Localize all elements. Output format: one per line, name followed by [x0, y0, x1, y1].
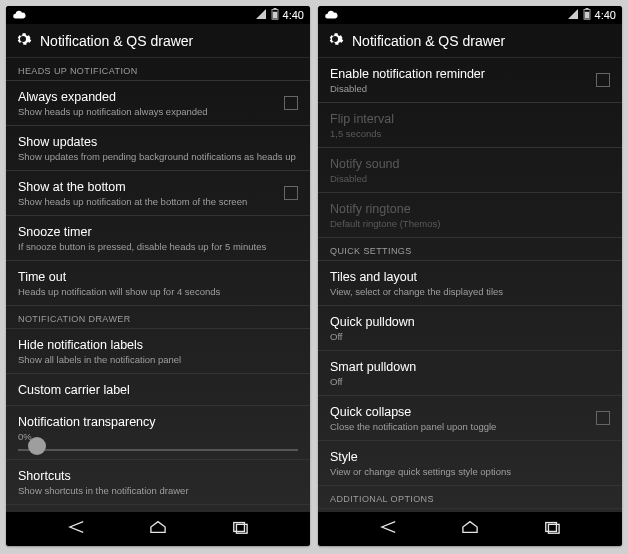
cloud-icon: [12, 8, 26, 26]
svg-rect-6: [585, 8, 588, 10]
pref-title: Show at the bottom: [18, 179, 298, 195]
pref-title: Enable notification reminder: [330, 66, 610, 82]
checkbox[interactable]: [284, 96, 298, 110]
checkbox[interactable]: [596, 411, 610, 425]
gear-icon: [326, 30, 344, 52]
action-bar: Notification & QS drawer: [318, 24, 622, 58]
pref-title: Notify ringtone: [330, 201, 610, 217]
battery-icon: [271, 6, 279, 24]
slider-thumb[interactable]: [28, 437, 46, 455]
pref-sub: Show heads up notification at the bottom…: [18, 196, 298, 208]
pref-quick-pulldown[interactable]: Quick pulldown Off: [318, 306, 622, 351]
pref-tiles-layout[interactable]: Tiles and layout View, select or change …: [318, 261, 622, 306]
recents-icon[interactable]: [541, 519, 563, 539]
pref-sub: Disabled: [330, 173, 610, 185]
home-icon[interactable]: [459, 519, 481, 539]
pref-flip-interval: Flip interval 1,5 seconds: [318, 103, 622, 148]
pref-title: Smart pulldown: [330, 359, 610, 375]
pref-notify-sound: Notify sound Disabled: [318, 148, 622, 193]
svg-rect-1: [273, 8, 276, 10]
pref-sub: View or change quick settings style opti…: [330, 466, 610, 478]
pref-sub: Heads up notification will show up for 4…: [18, 286, 298, 298]
cloud-icon: [324, 8, 338, 26]
section-additional: ADDITIONAL OPTIONS: [318, 486, 622, 509]
pref-sub: Show all labels in the notification pane…: [18, 354, 298, 366]
settings-scroll[interactable]: Enable notification reminder Disabled Fl…: [318, 58, 622, 512]
pref-title: Snooze timer: [18, 224, 298, 240]
pref-title: Notification transparency: [18, 414, 298, 430]
pref-sub: Show shortcuts in the notification drawe…: [18, 485, 298, 497]
svg-rect-2: [272, 12, 277, 19]
pref-title: Time out: [18, 269, 298, 285]
pref-carrier-label[interactable]: Custom carrier label: [6, 374, 310, 406]
phone-right: 4:40 Notification & QS drawer Enable not…: [318, 6, 622, 546]
pref-value: 0%: [18, 431, 298, 443]
pref-title: Tiles and layout: [330, 269, 610, 285]
pref-always-expanded[interactable]: Always expanded Show heads up notificati…: [6, 81, 310, 126]
pref-title: Quick pulldown: [330, 314, 610, 330]
signal-icon: [255, 6, 267, 24]
pref-transparency[interactable]: Notification transparency 0%: [6, 406, 310, 460]
pref-smart-pulldown[interactable]: Smart pulldown Off: [318, 351, 622, 396]
pref-title: Quick collapse: [330, 404, 610, 420]
pref-shortcuts[interactable]: Shortcuts Show shortcuts in the notifica…: [6, 460, 310, 505]
pref-notify-ringtone: Notify ringtone Default ringtone (Themos…: [318, 193, 622, 238]
nav-bar: [318, 512, 622, 546]
pref-sub: Show updates from pending background not…: [18, 151, 298, 163]
pref-title: Hide notification labels: [18, 337, 298, 353]
pref-title: Style: [330, 449, 610, 465]
status-clock: 4:40: [283, 9, 304, 21]
page-title: Notification & QS drawer: [352, 33, 505, 49]
back-icon[interactable]: [66, 519, 88, 539]
pref-show-updates[interactable]: Show updates Show updates from pending b…: [6, 126, 310, 171]
pref-title: Custom carrier label: [18, 382, 298, 398]
pref-title: Flip interval: [330, 111, 610, 127]
pref-style[interactable]: Style View or change quick settings styl…: [318, 441, 622, 486]
nav-bar: [6, 512, 310, 546]
settings-scroll[interactable]: HEADS UP NOTIFICATION Always expanded Sh…: [6, 58, 310, 512]
pref-sub: Off: [330, 331, 610, 343]
section-reminder: NOTIFICATION REMINDER: [6, 505, 310, 512]
svg-rect-7: [584, 12, 589, 19]
section-heads-up: HEADS UP NOTIFICATION: [6, 58, 310, 81]
action-bar: Notification & QS drawer: [6, 24, 310, 58]
pref-sub: Close the notification panel upon toggle: [330, 421, 610, 433]
signal-icon: [567, 6, 579, 24]
status-clock: 4:40: [595, 9, 616, 21]
slider-track[interactable]: [18, 449, 298, 451]
pref-sub: 1,5 seconds: [330, 128, 610, 140]
checkbox[interactable]: [284, 186, 298, 200]
pref-sub: Off: [330, 376, 610, 388]
pref-quick-collapse[interactable]: Quick collapse Close the notification pa…: [318, 396, 622, 441]
pref-time-out[interactable]: Time out Heads up notification will show…: [6, 261, 310, 306]
pref-sub: Disabled: [330, 83, 610, 95]
pref-sub: Show heads up notification always expand…: [18, 106, 298, 118]
pref-enable-reminder[interactable]: Enable notification reminder Disabled: [318, 58, 622, 103]
section-drawer: NOTIFICATION DRAWER: [6, 306, 310, 329]
pref-title: Always expanded: [18, 89, 298, 105]
recents-icon[interactable]: [229, 519, 251, 539]
back-icon[interactable]: [378, 519, 400, 539]
pref-title: Shortcuts: [18, 468, 298, 484]
pref-snooze-timer[interactable]: Snooze timer If snooze button is pressed…: [6, 216, 310, 261]
phone-left: 4:40 Notification & QS drawer HEADS UP N…: [6, 6, 310, 546]
pref-title: Show updates: [18, 134, 298, 150]
pref-sub: Default ringtone (Themos): [330, 218, 610, 230]
pref-sub: If snooze button is pressed, disable hea…: [18, 241, 298, 253]
gear-icon: [14, 30, 32, 52]
status-bar: 4:40: [318, 6, 622, 24]
pref-background-style[interactable]: Background style View or change your not…: [318, 509, 622, 512]
page-title: Notification & QS drawer: [40, 33, 193, 49]
pref-title: Notify sound: [330, 156, 610, 172]
home-icon[interactable]: [147, 519, 169, 539]
pref-hide-labels[interactable]: Hide notification labels Show all labels…: [6, 329, 310, 374]
section-quick-settings: QUICK SETTINGS: [318, 238, 622, 261]
battery-icon: [583, 6, 591, 24]
status-bar: 4:40: [6, 6, 310, 24]
pref-show-bottom[interactable]: Show at the bottom Show heads up notific…: [6, 171, 310, 216]
pref-sub: View, select or change the displayed til…: [330, 286, 610, 298]
checkbox[interactable]: [596, 73, 610, 87]
